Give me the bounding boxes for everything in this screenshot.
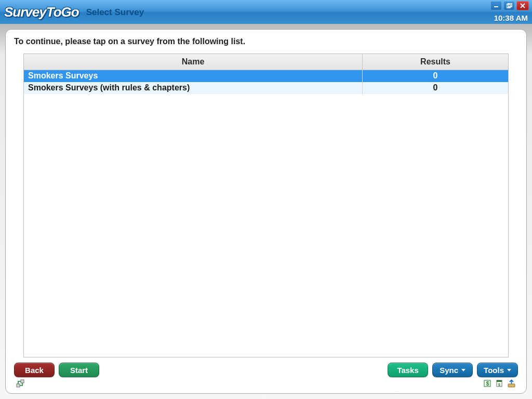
table-row[interactable]: Smokers Surveys (with rules & chapters) … — [24, 82, 508, 94]
back-button[interactable]: Back — [14, 363, 55, 377]
clock: 10:38 AM — [494, 14, 528, 22]
maximize-button[interactable] — [503, 1, 515, 10]
connection-status-icon — [16, 379, 25, 388]
window-controls — [490, 1, 529, 10]
app-logo: SurveyToGo — [4, 4, 79, 20]
column-header-results[interactable]: Results — [363, 54, 508, 70]
maximize-icon — [507, 3, 512, 8]
button-bar: Back Start Tasks Sync Tools — [14, 363, 518, 377]
tools-button[interactable]: Tools — [477, 363, 518, 377]
upload-status-icon — [507, 379, 516, 388]
document-status-icon: $ — [495, 379, 504, 388]
minimize-button[interactable] — [490, 1, 502, 10]
cell-results: 0 — [363, 70, 508, 82]
table-row[interactable]: Smokers Surveys 0 — [24, 70, 508, 82]
svg-rect-6 — [21, 380, 24, 383]
survey-table: Name Results Smokers Surveys 0 Smokers S… — [23, 54, 509, 357]
main-panel: To continue, please tap on a survey from… — [5, 29, 527, 394]
status-tray: $ $ — [14, 377, 518, 388]
instruction-text: To continue, please tap on a survey from… — [14, 37, 518, 46]
column-header-name[interactable]: Name — [24, 54, 363, 70]
svg-text:$: $ — [486, 381, 489, 387]
close-button[interactable] — [516, 1, 529, 10]
svg-rect-10 — [497, 380, 502, 382]
table-header: Name Results — [24, 54, 508, 70]
sync-button[interactable]: Sync — [432, 363, 473, 377]
svg-rect-0 — [494, 6, 498, 7]
screen-title: Select Survey — [86, 7, 529, 18]
cell-name: Smokers Surveys — [24, 70, 363, 82]
svg-rect-5 — [17, 384, 20, 387]
svg-rect-12 — [508, 384, 515, 387]
titlebar: SurveyToGo Select Survey 10:38 AM — [0, 0, 532, 24]
svg-text:$: $ — [498, 383, 500, 387]
tasks-button[interactable]: Tasks — [388, 363, 428, 377]
start-button[interactable]: Start — [59, 363, 99, 377]
minimize-icon — [494, 3, 499, 8]
cell-name: Smokers Surveys (with rules & chapters) — [24, 82, 363, 94]
cell-results: 0 — [363, 82, 508, 94]
workarea: To continue, please tap on a survey from… — [0, 24, 532, 399]
table-body: Smokers Surveys 0 Smokers Surveys (with … — [24, 70, 508, 357]
close-icon — [520, 3, 525, 8]
currency-status-icon: $ — [483, 379, 492, 388]
